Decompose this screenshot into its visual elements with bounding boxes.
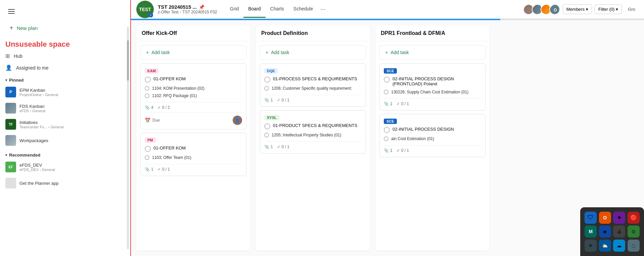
task-title-2: 01-OFFER KOM (153, 145, 186, 151)
sidebar-assigned-label: Assigned to me (16, 65, 49, 71)
checklist-text-1: 0 / 2 (162, 105, 170, 110)
epm-kanban-sub: ProjectOnline › General (19, 93, 58, 97)
task-circle-sce-1[interactable] (384, 77, 390, 83)
epm-kanban-avatar: P (5, 87, 16, 97)
sidebar-item-efds-dev[interactable]: EF eFDS_DEV eFDS_DEV › General (0, 159, 130, 175)
breadcrumb-child[interactable]: TST 20240515 F02 (183, 10, 217, 14)
taskbar-icon-azure[interactable]: ⛅ (599, 240, 611, 252)
breadcrumb-parent[interactable]: z-Offer Test (158, 10, 179, 14)
column-dpr1-scroll[interactable]: + Add task SCE 02-INITIAL PROCESS DESIGN… (375, 41, 490, 251)
tab-board[interactable]: Board (243, 1, 265, 18)
pinned-section-header[interactable]: ▾ Pinned (0, 74, 130, 84)
checklist-1: ✓ 0 / 2 (157, 105, 170, 110)
topbar-right: O Members ▾ Filter (0) ▾ Gro (523, 4, 639, 15)
sidebar-item-epm-kanban[interactable]: P EPM Kanban ProjectOnline › General (0, 84, 130, 100)
task-circle-dqe[interactable] (264, 77, 270, 83)
sidebar-item-planner-app[interactable]: Get the Planner app (0, 175, 130, 191)
attachment-icon-dqe: 📎 (264, 98, 269, 102)
nav-tabs: Grid Board Charts Schedule ··· (225, 0, 328, 18)
taskbar-icon-circle[interactable]: ⊙ (628, 225, 640, 238)
add-task-product-definition[interactable]: + Add task (260, 45, 366, 59)
taskbar-icon-print[interactable]: 🖨 (613, 225, 625, 238)
task-title-sce-1: 02-INITIAL PROCESS DESIGN (FRONTLOAD) Po… (393, 76, 481, 86)
initiatives-sub: Teamcenter Fo... › General (19, 125, 63, 129)
members-button[interactable]: Members ▾ (563, 4, 592, 14)
attachment-num-sce-1: 1 (390, 101, 393, 106)
task-title-row-dqe: 01-PROCESS SPECS & REQUIREMENTS (264, 76, 362, 83)
check-icon-sysl: ✓ (277, 144, 280, 149)
sidebar-item-initiatives[interactable]: TF Initiatives Teamcenter Fo... › Genera… (0, 116, 130, 132)
check-icon-sce-2: ✓ (397, 148, 400, 153)
scrollbar-thumb[interactable] (127, 40, 129, 81)
taskbar-icon-shield[interactable]: 🛡 (585, 212, 597, 224)
plus-icon: + (9, 24, 13, 32)
task-title-1: 01-OFFER KOM (153, 76, 186, 81)
column-product-definition-scroll[interactable]: + Add task DQE 01-PROCESS SPECS & REQUIR… (256, 41, 370, 251)
subtask-1-2: 1102; RFQ Package (01) (145, 92, 242, 99)
sidebar-item-fds-kanban[interactable]: FDS Kanban eFDS › General (0, 100, 130, 116)
subtask-label-sce-2-1: ain Cost Estimation (01) (391, 136, 434, 141)
taskbar-icon-slate[interactable]: ◌ (628, 240, 640, 252)
taskbar-icon-star[interactable]: ✦ (613, 212, 625, 224)
task-title-sce-2: 02-INITIAL PROCESS DESIGN (393, 127, 454, 132)
chevron-icon: ▾ (5, 78, 7, 82)
task-card-kam-1: KAM 01-OFFER KOM 1104; KOM Presentation … (140, 63, 246, 129)
main-content: TEST i TST 20240515 ... 📌 z-Offer Test ›… (131, 0, 644, 256)
task-card-pm-1: PM 01-OFFER KOM 1103; Offer Team (01) 📎 (140, 133, 246, 176)
plus-add-icon: + (146, 50, 149, 55)
tab-grid[interactable]: Grid (225, 1, 243, 18)
hamburger-button[interactable] (5, 5, 17, 17)
sidebar-item-hub[interactable]: ⊞ Hub (0, 50, 130, 62)
fds-kanban-avatar (5, 103, 16, 114)
task-circle-2[interactable] (145, 146, 151, 152)
sidebar-item-assigned[interactable]: 👤 Assigned to me (0, 62, 130, 74)
checklist-sce-1: ✓ 0 / 1 (397, 101, 409, 106)
task-circle-sysl[interactable] (264, 123, 270, 129)
breadcrumb: z-Offer Test › TST 20240515 F02 (158, 10, 217, 14)
task-circle-1[interactable] (145, 77, 151, 83)
tab-charts[interactable]: Charts (266, 1, 289, 18)
tab-schedule[interactable]: Schedule (289, 1, 318, 18)
subtask-circle-2-1 (145, 155, 149, 160)
recommended-section-header[interactable]: ▾ Recommended (0, 148, 130, 159)
unsuseable-space-label: Unsuseable space (0, 37, 130, 50)
taskbar-icon-outlook[interactable]: O (599, 212, 611, 224)
checklist-text-2: 0 / 1 (162, 167, 170, 172)
initiatives-avatar: TF (5, 119, 16, 130)
subtask-2-1: 1103; Offer Team (01) (145, 154, 242, 161)
badge-sysl: SYSL (264, 115, 279, 120)
column-offer-kickoff-scroll[interactable]: + Add task KAM 01-OFFER KOM 1104; KOM Pr… (136, 41, 250, 251)
checklist-text-dqe: 0 / 1 (282, 98, 289, 102)
badge-sce-2: SCE (384, 119, 397, 124)
column-offer-kickoff: Offer Kick-Off + Add task KAM 01-OFFER K… (136, 26, 250, 251)
avatar-group: O (523, 4, 560, 15)
new-plan-button[interactable]: + New plan (5, 22, 125, 35)
more-options-button[interactable]: ··· (318, 0, 328, 18)
taskbar-icon-chrome[interactable]: 🔴 (628, 212, 640, 224)
taskbar-icon-edge[interactable]: ◈ (599, 225, 611, 238)
due-text-1: Due (152, 118, 160, 123)
filter-button[interactable]: Filter (0) ▾ (595, 4, 622, 14)
add-task-dpr1[interactable]: + Add task (379, 45, 486, 59)
sidebar-item-workpackages[interactable]: Workpackages (0, 132, 130, 148)
workpackages-name: Workpackages (19, 138, 48, 143)
epm-kanban-name: EPM Kanban (19, 88, 58, 93)
add-task-dpr1-label: Add task (390, 50, 409, 55)
add-task-offer-kickoff[interactable]: + Add task (140, 45, 246, 59)
task-card-sce-1: SCE 02-INITIAL PROCESS DESIGN (FRONTLOAD… (379, 63, 486, 111)
attachment-icon-sce-1: 📎 (384, 101, 389, 106)
sidebar: + New plan Unsuseable space ⊞ Hub 👤 Assi… (0, 0, 131, 256)
taskbar-icon-cloud[interactable]: ☁ (613, 240, 625, 252)
efds-dev-name: eFDS_DEV (19, 163, 55, 168)
avatar-4: O (549, 4, 560, 15)
subtask-label-1-2: 1102; RFQ Package (01) (152, 93, 197, 98)
subtask-label-2-1: 1103; Offer Team (01) (152, 155, 191, 160)
group-button[interactable]: Gro (625, 5, 639, 14)
taskbar-icon-teams[interactable]: M (585, 225, 597, 238)
task-circle-sce-2[interactable] (384, 127, 390, 133)
subtask-label-1-1: 1104; KOM Presentation (02) (152, 86, 204, 91)
subtask-label-sysl-1: 1205; Intellectual Property Studies (01) (272, 133, 341, 137)
pin-icon: 📌 (199, 4, 204, 10)
subtask-sysl-1: 1205; Intellectual Property Studies (01) (264, 131, 362, 139)
taskbar-icon-cursor[interactable]: ✳ (585, 240, 597, 252)
